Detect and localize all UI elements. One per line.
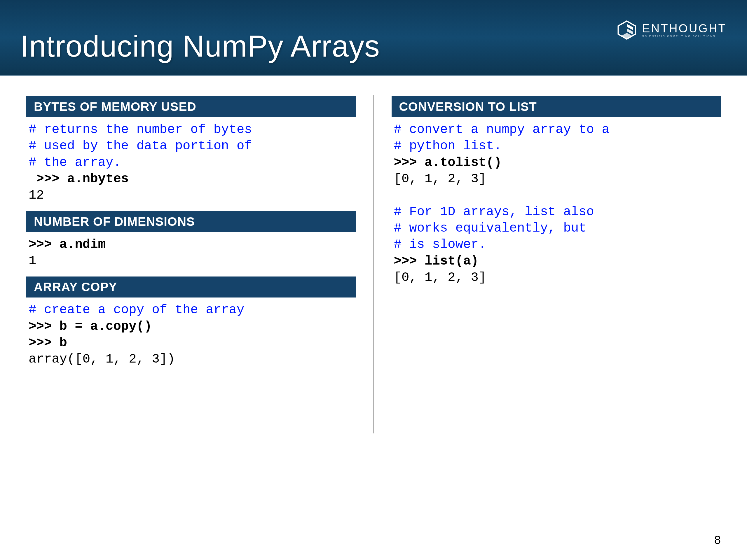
code-comment: # works equivalently, but — [394, 221, 587, 235]
code-comment: # create a copy of the array — [29, 302, 244, 317]
code-prompt: >>> list(a) — [394, 254, 479, 268]
slide-body: BYTES OF MEMORY USED # returns the numbe… — [0, 76, 747, 433]
code-prompt: >>> a.tolist() — [394, 155, 502, 170]
code-prompt: >>> b = a.copy() — [29, 319, 152, 334]
code-comment: # the array. — [29, 155, 121, 170]
right-column: CONVERSION TO LIST # convert a numpy arr… — [392, 96, 721, 433]
code-comment: # used by the data portion of — [29, 138, 252, 153]
code-comment: # convert a numpy array to a — [394, 122, 610, 137]
code-block-bytes: # returns the number of bytes # used by … — [26, 119, 356, 211]
left-column: BYTES OF MEMORY USED # returns the numbe… — [26, 96, 356, 433]
code-output: 12 — [29, 188, 44, 203]
title-bar: Introducing NumPy Arrays ENTHOUGHT SCIEN… — [0, 0, 747, 76]
code-output: 1 — [29, 254, 36, 268]
section-header-copy: ARRAY COPY — [26, 276, 356, 297]
code-comment: # For 1D arrays, list also — [394, 205, 594, 219]
slide: Introducing NumPy Arrays ENTHOUGHT SCIEN… — [0, 0, 747, 560]
code-comment: # python list. — [394, 138, 502, 153]
code-comment: # returns the number of bytes — [29, 122, 252, 137]
code-prompt: >>> a.nbytes — [29, 171, 129, 186]
code-block-ndim: >>> a.ndim 1 — [26, 235, 356, 277]
code-output: array([0, 1, 2, 3]) — [29, 352, 175, 366]
slide-title: Introducing NumPy Arrays — [20, 29, 380, 63]
code-comment: # is slower. — [394, 237, 486, 252]
code-prompt: >>> b — [29, 336, 67, 350]
column-divider — [373, 95, 374, 433]
code-block-tolist: # convert a numpy array to a # python li… — [392, 119, 721, 293]
section-header-tolist: CONVERSION TO LIST — [392, 96, 721, 117]
brand-text: ENTHOUGHT SCIENTIFIC COMPUTING SOLUTIONS — [642, 23, 727, 37]
brand-name: ENTHOUGHT — [642, 23, 727, 34]
code-output: [0, 1, 2, 3] — [394, 171, 486, 186]
brand-subtitle: SCIENTIFIC COMPUTING SOLUTIONS — [642, 35, 727, 37]
code-block-copy: # create a copy of the array >>> b = a.c… — [26, 300, 356, 375]
section-header-ndim: NUMBER OF DIMENSIONS — [26, 211, 356, 232]
brand: ENTHOUGHT SCIENTIFIC COMPUTING SOLUTIONS — [617, 20, 727, 40]
section-header-bytes: BYTES OF MEMORY USED — [26, 96, 356, 117]
code-prompt: >>> a.ndim — [29, 237, 106, 252]
page-number: 8 — [714, 533, 721, 546]
enthought-logo-icon — [617, 20, 637, 40]
code-output: [0, 1, 2, 3] — [394, 270, 486, 285]
